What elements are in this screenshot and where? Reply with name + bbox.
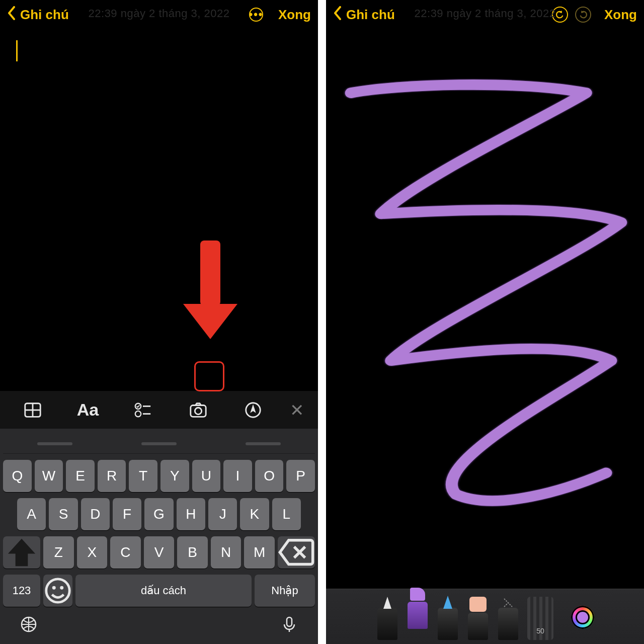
- key-u[interactable]: U: [192, 460, 221, 492]
- more-menu-icon[interactable]: •••: [249, 8, 263, 22]
- key-h[interactable]: H: [177, 498, 205, 530]
- key-r[interactable]: R: [98, 460, 126, 492]
- ghost-timestamp: 22:39 ngày 2 tháng 3, 2022: [89, 7, 230, 20]
- key-row-1: Q W E R T Y U I O P: [3, 460, 315, 492]
- text-cursor: [16, 40, 18, 61]
- key-row-4: 123 dấu cách Nhập: [3, 575, 315, 607]
- ruler-tool[interactable]: 50: [527, 594, 554, 640]
- redo-icon[interactable]: [575, 7, 591, 23]
- ghost-timestamp: 22:39 ngày 2 tháng 3, 2022: [415, 7, 556, 20]
- key-q[interactable]: Q: [3, 460, 32, 492]
- format-toolbar: Aa ✕: [0, 390, 318, 429]
- key-y[interactable]: Y: [160, 460, 189, 492]
- svg-point-5: [135, 411, 141, 416]
- svg-point-8: [195, 408, 201, 414]
- key-c[interactable]: C: [110, 536, 141, 569]
- markup-pen-icon[interactable]: [226, 391, 280, 429]
- ruler-label: 50: [536, 627, 544, 635]
- drawing-canvas[interactable]: [326, 29, 644, 589]
- svg-point-11: [52, 586, 56, 590]
- svg-point-12: [60, 586, 63, 590]
- topbar-left: 22:39 ngày 2 tháng 3, 2022 Ghi chú ••• X…: [0, 0, 318, 29]
- table-icon[interactable]: [6, 391, 59, 429]
- key-i[interactable]: I: [223, 460, 252, 492]
- text-format-icon[interactable]: Aa: [61, 391, 115, 429]
- checklist-icon[interactable]: [116, 391, 170, 429]
- back-chevron-icon[interactable]: [7, 6, 16, 24]
- enter-key[interactable]: Nhập: [255, 575, 315, 607]
- space-key[interactable]: dấu cách: [75, 575, 252, 607]
- keyboard-bottom-row: [3, 607, 315, 639]
- back-chevron-icon[interactable]: [333, 6, 342, 24]
- key-f[interactable]: F: [113, 498, 141, 530]
- screenshot-right: 22:39 ngày 2 tháng 3, 2022 Ghi chú Xong: [324, 0, 644, 644]
- done-button[interactable]: Xong: [278, 7, 311, 23]
- key-a[interactable]: A: [17, 498, 46, 530]
- camera-icon[interactable]: [172, 391, 225, 429]
- key-p[interactable]: P: [286, 460, 315, 492]
- key-row-3: Z X C V B N M: [3, 536, 315, 569]
- key-x[interactable]: X: [77, 536, 108, 569]
- key-k[interactable]: K: [240, 498, 269, 530]
- suggestion-row: [3, 434, 315, 454]
- globe-icon[interactable]: [20, 616, 37, 635]
- note-body[interactable]: [0, 29, 318, 390]
- topbar-right: 22:39 ngày 2 tháng 3, 2022 Ghi chú Xong: [326, 0, 644, 29]
- numbers-key[interactable]: 123: [3, 575, 40, 607]
- key-l[interactable]: L: [272, 498, 301, 530]
- screenshot-left: 22:39 ngày 2 tháng 3, 2022 Ghi chú ••• X…: [0, 0, 320, 644]
- user-stroke: [326, 58, 644, 533]
- close-toolbar-icon[interactable]: ✕: [282, 391, 312, 429]
- svg-rect-14: [287, 617, 292, 626]
- key-n[interactable]: N: [211, 536, 242, 569]
- eraser-tool[interactable]: [466, 594, 490, 640]
- key-m[interactable]: M: [244, 536, 275, 569]
- key-b[interactable]: B: [177, 536, 208, 569]
- undo-redo-group: [552, 7, 591, 23]
- annotation-arrow-icon: [183, 240, 237, 339]
- markup-tool-tray: 50: [326, 589, 644, 644]
- keyboard: Q W E R T Y U I O P A S D F G H J K L Z: [0, 429, 318, 644]
- annotation-highlight-box: [194, 361, 224, 391]
- shift-key[interactable]: [3, 536, 40, 569]
- pencil-tool[interactable]: [436, 594, 459, 640]
- color-picker-icon[interactable]: [571, 606, 594, 629]
- key-w[interactable]: W: [35, 460, 63, 492]
- key-d[interactable]: D: [81, 498, 110, 530]
- key-z[interactable]: Z: [43, 536, 74, 569]
- key-e[interactable]: E: [66, 460, 95, 492]
- key-g[interactable]: G: [144, 498, 173, 530]
- svg-point-10: [46, 579, 69, 602]
- mic-icon[interactable]: [281, 616, 298, 635]
- done-button[interactable]: Xong: [604, 7, 637, 23]
- pen-tool[interactable]: [376, 594, 399, 640]
- key-row-2: A S D F G H J K L: [3, 498, 315, 530]
- key-v[interactable]: V: [144, 536, 175, 569]
- key-j[interactable]: J: [208, 498, 237, 530]
- key-o[interactable]: O: [255, 460, 284, 492]
- backspace-key[interactable]: [278, 536, 315, 569]
- emoji-key[interactable]: [43, 575, 72, 607]
- key-t[interactable]: T: [129, 460, 157, 492]
- marker-tool-selected[interactable]: [406, 583, 429, 629]
- lasso-tool[interactable]: [497, 594, 520, 640]
- key-s[interactable]: S: [49, 498, 77, 530]
